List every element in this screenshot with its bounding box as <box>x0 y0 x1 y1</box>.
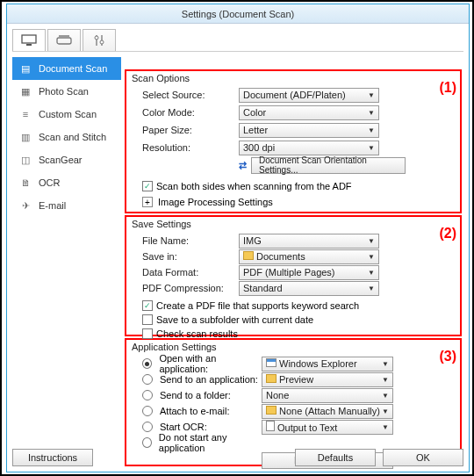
radio-open-with-app[interactable] <box>142 358 152 369</box>
label-file-name: File Name: <box>142 235 239 246</box>
label-send-to-app: Send to an application: <box>160 374 258 385</box>
group-title-scan-options: Scan Options <box>132 73 190 83</box>
svg-rect-1 <box>26 44 32 46</box>
main-panel: (1) (2) (3) Scan Options Select Source: … <box>125 57 462 445</box>
sidebar-item-email[interactable]: ✈ E-mail <box>12 194 121 217</box>
radio-send-to-folder[interactable] <box>142 390 153 400</box>
chevron-down-icon: ▼ <box>382 376 389 384</box>
expand-image-processing[interactable]: + <box>142 197 153 207</box>
tab-scan-from-panel[interactable] <box>47 29 81 52</box>
svg-point-6 <box>95 36 98 40</box>
ocr-icon: 🗎 <box>18 177 33 188</box>
defaults-button[interactable]: Defaults <box>295 449 376 466</box>
folder-icon <box>243 251 254 260</box>
text-file-icon <box>266 421 275 431</box>
sidebar-item-label: ScanGear <box>39 155 83 165</box>
sidebar: ▤ Document Scan ▦ Photo Scan ≡ Custom Sc… <box>12 57 121 217</box>
radio-attach-email[interactable] <box>142 406 153 416</box>
send-to-app-dropdown[interactable]: Preview▼ <box>262 372 393 387</box>
resolution-dropdown[interactable]: 300 dpi▼ <box>239 141 379 155</box>
chevron-down-icon: ▼ <box>368 285 375 292</box>
save-in-dropdown[interactable]: Documents▼ <box>239 249 379 264</box>
document-icon: ▤ <box>18 63 33 75</box>
file-name-input[interactable]: IMG▼ <box>239 234 379 249</box>
group-title-app-settings: Application Settings <box>132 342 217 352</box>
chevron-down-icon: ▼ <box>382 423 389 431</box>
label-subfolder-date: Save to a subfolder with current date <box>156 314 313 325</box>
label-image-processing: Image Processing Settings <box>158 197 273 207</box>
checkbox-check-results[interactable] <box>142 328 153 339</box>
chevron-down-icon: ▼ <box>382 407 389 415</box>
group-title-save-settings: Save Settings <box>132 219 191 229</box>
color-mode-dropdown[interactable]: Color▼ <box>239 105 379 120</box>
svg-rect-0 <box>22 35 36 43</box>
label-pdf-compression: PDF Compression: <box>142 283 239 293</box>
chevron-down-icon: ▼ <box>382 360 389 368</box>
sidebar-item-scan-and-stitch[interactable]: ▥ Scan and Stitch <box>12 126 121 148</box>
orientation-settings-button[interactable]: Document Scan Orientation Settings... <box>251 157 406 174</box>
chevron-down-icon: ▼ <box>368 109 375 117</box>
sidebar-item-custom-scan[interactable]: ≡ Custom Scan <box>12 103 121 126</box>
label-color-mode: Color Mode: <box>142 107 239 118</box>
folder-icon <box>266 374 276 383</box>
chevron-down-icon: ▼ <box>382 392 389 400</box>
chevron-down-icon: ▼ <box>368 126 375 134</box>
tab-general-settings[interactable] <box>83 29 116 52</box>
folder-icon <box>266 406 276 415</box>
label-data-format: Data Format: <box>142 267 239 278</box>
explorer-icon <box>266 358 276 367</box>
svg-point-7 <box>100 40 104 44</box>
sidebar-item-document-scan[interactable]: ▤ Document Scan <box>12 57 121 80</box>
label-paper-size: Paper Size: <box>142 125 239 135</box>
sidebar-item-ocr[interactable]: 🗎 OCR <box>12 171 121 194</box>
settings-window: Settings (Document Scan) ▤ Document <box>6 4 470 472</box>
label-select-source: Select Source: <box>142 90 239 100</box>
sidebar-item-label: Custom Scan <box>39 109 97 119</box>
sidebar-item-label: E-mail <box>39 200 66 211</box>
ok-button[interactable]: OK <box>383 449 463 466</box>
tab-scan-from-computer[interactable] <box>12 29 46 52</box>
pdf-compression-dropdown[interactable]: Standard▼ <box>239 281 379 296</box>
radio-do-not-start[interactable] <box>142 437 152 448</box>
chevron-down-icon: ▼ <box>368 91 375 99</box>
sidebar-item-label: Photo Scan <box>39 86 89 97</box>
select-source-dropdown[interactable]: Document (ADF/Platen)▼ <box>239 88 379 103</box>
label-keyword-pdf: Create a PDF file that supports keyword … <box>156 300 359 311</box>
chevron-down-icon: ▼ <box>368 144 375 152</box>
checkbox-both-sides[interactable]: ✓ <box>142 181 153 191</box>
stitch-icon: ▥ <box>18 132 33 143</box>
checkbox-subfolder-date[interactable] <box>142 314 153 325</box>
label-start-ocr: Start OCR: <box>160 422 207 432</box>
paper-size-dropdown[interactable]: Letter▼ <box>239 123 379 138</box>
send-to-folder-dropdown[interactable]: None▼ <box>262 388 393 403</box>
sliders-icon <box>92 33 106 47</box>
sidebar-item-label: Scan and Stitch <box>39 132 106 142</box>
label-save-in: Save in: <box>142 251 239 262</box>
radio-start-ocr[interactable] <box>142 422 153 432</box>
monitor-icon <box>20 34 38 47</box>
svg-rect-3 <box>59 35 69 38</box>
radio-send-to-app[interactable] <box>142 374 153 385</box>
sidebar-item-photo-scan[interactable]: ▦ Photo Scan <box>12 80 121 103</box>
photo-icon: ▦ <box>18 86 33 97</box>
scanner-icon <box>55 34 73 47</box>
chevron-down-icon: ▼ <box>368 269 375 277</box>
attach-email-dropdown[interactable]: None (Attach Manually)▼ <box>262 404 393 419</box>
custom-icon: ≡ <box>18 109 33 119</box>
chevron-down-icon: ▼ <box>368 253 375 261</box>
label-check-results: Check scan results <box>156 328 238 339</box>
email-icon: ✈ <box>18 200 33 212</box>
instructions-button[interactable]: Instructions <box>12 449 93 466</box>
sidebar-item-scangear[interactable]: ◫ ScanGear <box>12 148 121 171</box>
checkbox-keyword-pdf[interactable]: ✓ <box>142 300 153 311</box>
label-send-to-folder: Send to a folder: <box>160 390 231 400</box>
data-format-dropdown[interactable]: PDF (Multiple Pages)▼ <box>239 265 379 280</box>
scangear-icon: ◫ <box>18 155 33 166</box>
window-title: Settings (Document Scan) <box>7 4 469 24</box>
svg-rect-2 <box>57 38 71 44</box>
start-ocr-dropdown[interactable]: Output to Text▼ <box>262 420 393 435</box>
swap-arrows-icon[interactable]: ⇄ <box>239 160 251 171</box>
sidebar-item-label: OCR <box>39 177 60 188</box>
label-both-sides: Scan both sides when scanning from the A… <box>156 181 352 191</box>
open-with-app-dropdown[interactable]: Windows Explorer▼ <box>262 357 393 371</box>
